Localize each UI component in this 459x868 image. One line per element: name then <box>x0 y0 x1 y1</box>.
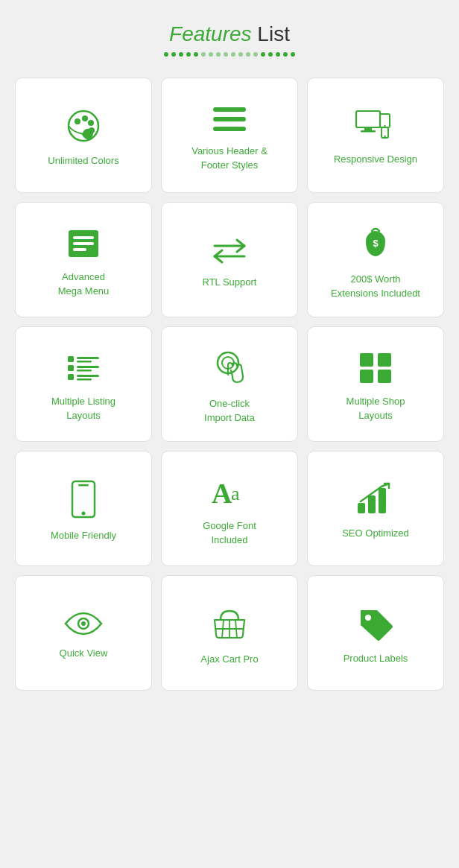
palette-icon <box>66 108 101 144</box>
svg-point-39 <box>82 512 86 516</box>
svg-rect-16 <box>73 236 94 239</box>
svg-text:A: A <box>212 478 232 509</box>
page-header: Features List <box>15 22 444 57</box>
dot <box>216 52 221 57</box>
svg-point-3 <box>88 120 94 126</box>
dot <box>261 52 265 57</box>
svg-rect-44 <box>379 488 386 513</box>
dot <box>201 52 206 57</box>
basket-icon <box>210 605 249 642</box>
card-label-product-labels: Product Labels <box>344 652 408 665</box>
svg-rect-10 <box>361 130 376 133</box>
svg-rect-5 <box>213 107 246 112</box>
card-label-unlimited-colors: Unlimited Colors <box>48 154 118 168</box>
svg-text:a: a <box>231 483 240 504</box>
svg-rect-6 <box>213 117 246 121</box>
svg-point-46 <box>81 621 86 626</box>
card-label-quick-view: Quick View <box>60 647 108 660</box>
card-mobile: Mobile Friendly <box>15 451 152 566</box>
card-seo: SEO Optimized <box>307 451 444 566</box>
devices-icon <box>355 110 396 142</box>
card-import: One-clickImport Data <box>161 326 298 442</box>
svg-rect-24 <box>77 361 92 363</box>
card-google-font: A a Google FontIncluded <box>161 451 298 566</box>
card-header-footer: Various Header &Footer Styles <box>161 77 298 193</box>
svg-rect-34 <box>378 353 391 367</box>
touch-icon <box>212 349 247 387</box>
svg-point-14 <box>384 136 385 137</box>
svg-point-2 <box>82 115 88 121</box>
svg-rect-17 <box>73 242 94 245</box>
card-label-mega-menu: AdvancedMega Menu <box>58 270 110 297</box>
money-bag-icon: $ <box>358 225 393 262</box>
svg-rect-27 <box>77 370 92 372</box>
svg-rect-23 <box>77 357 99 359</box>
tag-icon <box>356 606 395 642</box>
eye-icon <box>63 611 104 636</box>
menu-doc-icon <box>66 227 101 260</box>
page-title: Features List <box>15 22 444 46</box>
dot <box>179 52 183 57</box>
font-aa-icon: A a <box>210 476 249 509</box>
grid-4-icon <box>358 352 393 384</box>
svg-rect-22 <box>68 356 74 362</box>
svg-rect-43 <box>368 495 376 513</box>
svg-text:$: $ <box>373 238 379 249</box>
svg-point-12 <box>384 125 385 127</box>
card-mega-menu: AdvancedMega Menu <box>15 202 152 317</box>
card-label-listing-layouts: Multiple ListingLayouts <box>51 395 115 422</box>
card-label-header-footer: Various Header &Footer Styles <box>191 145 268 171</box>
card-unlimited-colors: Unlimited Colors <box>15 77 152 193</box>
svg-rect-38 <box>78 484 89 487</box>
dot <box>268 52 273 57</box>
svg-rect-36 <box>378 370 391 383</box>
card-quick-view: Quick View <box>15 575 152 691</box>
svg-rect-9 <box>364 127 372 130</box>
card-rtl: RTL Support <box>161 202 298 317</box>
svg-rect-25 <box>68 365 74 371</box>
svg-rect-28 <box>68 374 74 380</box>
arrows-lr-icon <box>210 235 249 265</box>
dot <box>253 52 258 57</box>
title-highlight: Features <box>169 22 252 45</box>
card-product-labels: Product Labels <box>307 575 444 691</box>
list-lines-icon <box>66 352 101 384</box>
card-label-seo: SEO Optimized <box>342 527 409 540</box>
dot <box>246 52 250 57</box>
card-shop-layouts: Multiple ShopLayouts <box>307 326 444 442</box>
svg-point-51 <box>365 615 371 621</box>
dot <box>224 52 228 57</box>
svg-rect-8 <box>356 111 380 127</box>
svg-rect-33 <box>360 353 373 367</box>
svg-rect-30 <box>77 378 92 381</box>
dots-decoration <box>15 52 444 57</box>
dot <box>276 52 280 57</box>
dot <box>186 52 191 57</box>
svg-rect-26 <box>77 366 99 368</box>
svg-rect-42 <box>358 503 365 513</box>
title-rest: List <box>252 22 290 45</box>
menu-lines-icon <box>212 104 247 134</box>
card-label-ajax-cart: Ajax Cart Pro <box>200 653 258 666</box>
svg-point-1 <box>75 118 80 124</box>
dot <box>171 52 176 57</box>
card-label-responsive: Responsive Design <box>334 153 417 166</box>
svg-rect-18 <box>73 248 86 251</box>
svg-rect-29 <box>77 375 99 377</box>
card-label-mobile: Mobile Friendly <box>51 529 116 542</box>
features-grid: Unlimited Colors Various Header &Footer … <box>15 77 444 691</box>
svg-rect-7 <box>213 127 246 131</box>
card-extensions: $ 200$ WorthExtensions Includedt <box>307 202 444 317</box>
svg-rect-35 <box>360 370 373 383</box>
card-label-rtl: RTL Support <box>203 276 257 289</box>
dot <box>231 52 235 57</box>
card-ajax-cart: Ajax Cart Pro <box>161 575 298 691</box>
dot <box>194 52 198 57</box>
dot <box>291 52 295 57</box>
dot <box>238 52 243 57</box>
card-label-extensions: 200$ WorthExtensions Includedt <box>331 273 420 300</box>
chart-up-icon <box>356 482 395 516</box>
card-listing-layouts: Multiple ListingLayouts <box>15 326 152 442</box>
dot <box>283 52 288 57</box>
mobile-icon <box>71 480 96 519</box>
